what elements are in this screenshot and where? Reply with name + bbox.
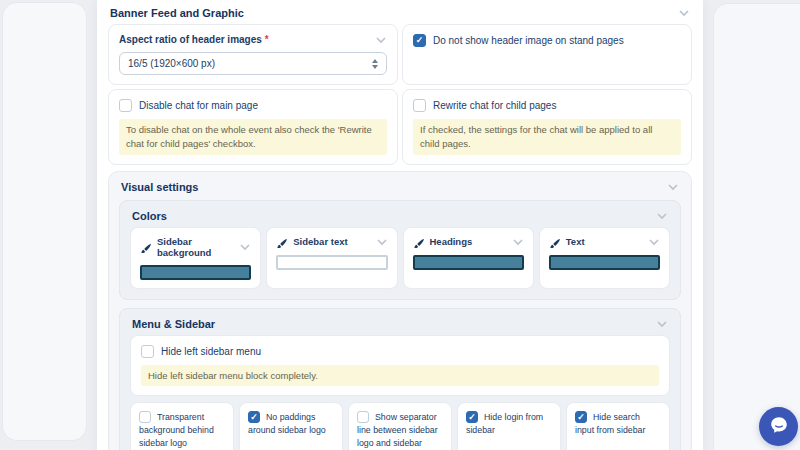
rewrite-chat-checkbox[interactable] — [413, 99, 426, 112]
option-checkbox[interactable] — [139, 411, 151, 423]
banner-row-2: Disable chat for main page To disable ch… — [108, 89, 692, 165]
option-checkbox[interactable] — [248, 411, 260, 423]
chevron-down-icon[interactable] — [239, 243, 251, 251]
chat-launcher-button[interactable] — [759, 407, 798, 446]
rewrite-chat-card: Rewrite chat for child pages If checked,… — [402, 89, 692, 165]
color-swatch[interactable] — [413, 255, 524, 270]
chevron-down-icon[interactable] — [667, 183, 679, 191]
brush-icon — [276, 236, 288, 248]
colors-panel: Colors Sidebar background — [119, 200, 681, 300]
visual-settings-title: Visual settings — [121, 181, 198, 193]
color-card-label: Headings — [430, 236, 473, 247]
color-swatch[interactable] — [549, 255, 660, 270]
color-card-sidebar-text: Sidebar text — [266, 227, 397, 289]
color-cards-row: Sidebar background Sidebar text — [130, 227, 670, 289]
option-hide-login: Hide login from sidebar — [457, 402, 561, 450]
disable-chat-card: Disable chat for main page To disable ch… — [108, 89, 398, 165]
option-separator-line: Show separator line between sidebar logo… — [348, 402, 452, 450]
visual-settings-panel: Visual settings Colors Sideba — [108, 171, 692, 450]
stand-pages-card: Do not show header image on stand pages — [402, 24, 692, 85]
background-panel-right — [714, 4, 800, 450]
color-card-label: Sidebar background — [157, 236, 239, 258]
section-banner-title: Banner Feed and Graphic — [110, 7, 244, 19]
menu-sidebar-panel: Menu & Sidebar Hide left sidebar menu Hi… — [119, 308, 681, 450]
aspect-ratio-value: 16/5 (1920×600 px) — [128, 58, 215, 69]
colors-header[interactable]: Colors — [130, 203, 670, 227]
stand-pages-checkbox[interactable] — [413, 34, 426, 47]
chevron-down-icon[interactable] — [656, 212, 668, 220]
background-panel-left — [3, 3, 86, 440]
disable-chat-hint: To disable chat on the whole event also … — [119, 119, 387, 155]
chevron-down-icon[interactable] — [648, 238, 660, 246]
option-transparent-logo-bg: Transparent background behind sidebar lo… — [130, 402, 234, 450]
visual-settings-header[interactable]: Visual settings — [119, 174, 681, 198]
option-label: Show separator line between sidebar logo… — [357, 412, 438, 450]
brush-icon — [413, 236, 425, 248]
rewrite-chat-label: Rewrite chat for child pages — [433, 100, 556, 111]
brush-icon — [549, 236, 561, 248]
stand-pages-label: Do not show header image on stand pages — [433, 35, 624, 46]
hide-left-sidebar-checkbox[interactable] — [141, 345, 154, 358]
disable-chat-label: Disable chat for main page — [139, 100, 258, 111]
colors-title: Colors — [132, 210, 167, 222]
section-banner-header[interactable]: Banner Feed and Graphic — [108, 0, 692, 24]
option-no-paddings-logo: No paddings around sidebar logo — [239, 402, 343, 450]
option-hide-search: Hide search input from sidebar — [566, 402, 670, 450]
menu-sidebar-title: Menu & Sidebar — [132, 318, 215, 330]
required-asterisk: * — [265, 34, 269, 45]
rewrite-chat-hint: If checked, the settings for the chat wi… — [413, 119, 681, 155]
sidebar-options-row-1: Transparent background behind sidebar lo… — [130, 402, 670, 450]
chevron-down-icon[interactable] — [512, 238, 524, 246]
chevron-down-icon[interactable] — [376, 238, 388, 246]
color-swatch[interactable] — [140, 265, 251, 280]
chevron-down-icon[interactable] — [375, 36, 387, 44]
hide-left-sidebar-label: Hide left sidebar menu — [161, 346, 261, 357]
color-card-sidebar-background: Sidebar background — [130, 227, 261, 289]
option-checkbox[interactable] — [575, 411, 587, 423]
menu-sidebar-header[interactable]: Menu & Sidebar — [130, 311, 670, 335]
color-card-label: Sidebar text — [293, 236, 347, 247]
option-checkbox[interactable] — [466, 411, 478, 423]
color-card-text: Text — [539, 227, 670, 289]
color-card-headings: Headings — [403, 227, 534, 289]
disable-chat-checkbox[interactable] — [119, 99, 132, 112]
hide-left-sidebar-card: Hide left sidebar menu Hide left sidebar… — [130, 335, 670, 397]
banner-row-1: Aspect ratio of header images * 16/5 (19… — [108, 24, 692, 85]
color-swatch[interactable] — [276, 255, 387, 270]
chevron-down-icon[interactable] — [678, 9, 690, 17]
aspect-ratio-label: Aspect ratio of header images — [119, 34, 262, 45]
hide-left-sidebar-hint: Hide left sidebar menu block completely. — [141, 365, 659, 387]
color-card-label: Text — [566, 236, 585, 247]
select-arrows-icon — [372, 59, 378, 69]
chat-bubble-icon — [768, 414, 790, 440]
settings-modal: Banner Feed and Graphic Aspect ratio of … — [97, 0, 703, 450]
aspect-ratio-card: Aspect ratio of header images * 16/5 (19… — [108, 24, 398, 85]
option-checkbox[interactable] — [357, 411, 369, 423]
aspect-ratio-select[interactable]: 16/5 (1920×600 px) — [119, 52, 387, 75]
chevron-down-icon[interactable] — [656, 320, 668, 328]
brush-icon — [140, 241, 152, 253]
